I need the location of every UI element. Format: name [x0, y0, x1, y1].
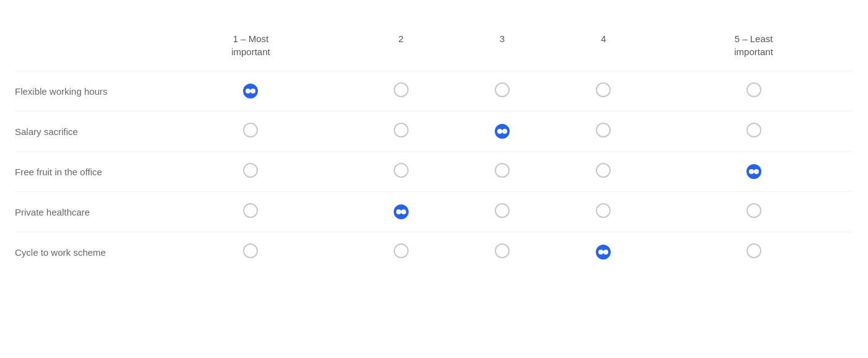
column-header-2: 2: [350, 32, 451, 71]
cell-row3-col4: [654, 192, 853, 232]
radio-row2-col1[interactable]: [394, 163, 409, 178]
radio-row0-col1[interactable]: [394, 82, 409, 97]
cell-row1-col0: [151, 111, 350, 152]
row-label-text-3: Private healthcare: [15, 206, 90, 219]
cell-row0-col4: [654, 71, 853, 111]
radio-row1-col2[interactable]: [495, 124, 510, 139]
row-label-1: Salary sacrifice: [15, 111, 151, 152]
radio-row0-col2[interactable]: [495, 82, 510, 97]
radio-row3-col3[interactable]: [596, 203, 611, 218]
table-row: Free fruit in the office: [15, 152, 853, 192]
radio-row2-col0[interactable]: [243, 163, 258, 178]
radio-row1-col1[interactable]: [394, 123, 409, 138]
cell-row1-col3: [553, 111, 654, 152]
row-label-2: Free fruit in the office: [15, 152, 151, 192]
cell-row4-col0: [151, 232, 350, 273]
cell-row0-col1: [350, 71, 451, 111]
cell-row0-col0: [151, 71, 350, 111]
cell-row2-col3: [553, 152, 654, 192]
radio-row1-col4[interactable]: [746, 123, 761, 138]
radio-row3-col0[interactable]: [243, 203, 258, 218]
radio-row3-col1[interactable]: [394, 204, 409, 219]
cell-row0-col2: [451, 71, 552, 111]
radio-row3-col2[interactable]: [495, 203, 510, 218]
cell-row3-col3: [553, 192, 654, 232]
radio-row1-col0[interactable]: [243, 123, 258, 138]
cell-row4-col1: [350, 232, 451, 273]
column-header-3: 3: [451, 32, 552, 71]
table-row: Salary sacrifice: [15, 111, 853, 152]
column-header-4: 4: [553, 32, 654, 71]
question-container: 1 – Mostimportant2345 – Leastimportant F…: [15, 32, 853, 272]
cell-row1-col2: [451, 111, 552, 152]
radio-row4-col4[interactable]: [746, 243, 761, 258]
row-label-text-1: Salary sacrifice: [15, 125, 78, 138]
table-row: Cycle to work scheme: [15, 232, 853, 273]
cell-row2-col1: [350, 152, 451, 192]
radio-row2-col4[interactable]: [746, 164, 761, 179]
cell-row4-col4: [654, 232, 853, 273]
radio-row0-col0[interactable]: [243, 84, 258, 98]
cell-row3-col2: [451, 192, 552, 232]
radio-row1-col3[interactable]: [596, 123, 611, 138]
cell-row4-col2: [451, 232, 552, 273]
radio-row0-col4[interactable]: [746, 82, 761, 97]
row-label-3: Private healthcare: [15, 192, 151, 232]
radio-row4-col0[interactable]: [243, 243, 258, 258]
table-row: Flexible working hours: [15, 71, 853, 111]
cell-row2-col0: [151, 152, 350, 192]
radio-row2-col2[interactable]: [495, 163, 510, 178]
column-header-5: 5 – Leastimportant: [654, 32, 853, 71]
table-row: Private healthcare: [15, 192, 853, 232]
row-label-header: [15, 32, 151, 71]
ranking-table: 1 – Mostimportant2345 – Leastimportant F…: [15, 32, 853, 272]
cell-row2-col2: [451, 152, 552, 192]
radio-row4-col3[interactable]: [596, 245, 611, 260]
row-label-text-2: Free fruit in the office: [15, 165, 102, 178]
radio-row2-col3[interactable]: [596, 163, 611, 178]
cell-row3-col0: [151, 192, 350, 232]
cell-row0-col3: [553, 71, 654, 111]
column-header-1: 1 – Mostimportant: [151, 32, 350, 71]
cell-row1-col4: [654, 111, 853, 152]
row-label-4: Cycle to work scheme: [15, 232, 151, 273]
row-label-0: Flexible working hours: [15, 71, 151, 111]
cell-row4-col3: [553, 232, 654, 273]
radio-row4-col1[interactable]: [394, 243, 409, 258]
radio-row4-col2[interactable]: [495, 243, 510, 258]
cell-row3-col1: [350, 192, 451, 232]
row-label-text-4: Cycle to work scheme: [15, 246, 106, 259]
row-label-text-0: Flexible working hours: [15, 85, 107, 98]
radio-row0-col3[interactable]: [596, 82, 611, 97]
cell-row2-col4: [654, 152, 853, 192]
cell-row1-col1: [350, 111, 451, 152]
radio-row3-col4[interactable]: [746, 203, 761, 218]
